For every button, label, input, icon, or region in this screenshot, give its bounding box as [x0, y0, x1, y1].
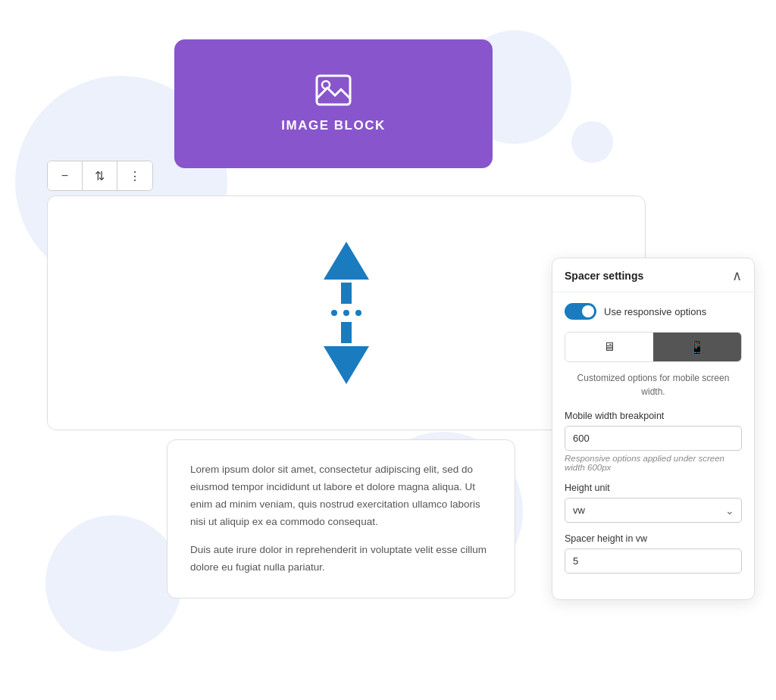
settings-panel: Spacer settings ∧ Use responsive options…	[552, 258, 755, 600]
dot-3	[355, 310, 361, 316]
block-toolbar: − ⇅ ⋮	[47, 161, 153, 191]
panel-title: Spacer settings	[565, 270, 643, 282]
main-area: IMAGE BLOCK − ⇅ ⋮ Lorem ipsum dolor sit	[0, 0, 776, 700]
desktop-tab[interactable]: 🖥	[565, 333, 653, 361]
minus-icon: −	[61, 169, 68, 183]
panel-body: Use responsive options 🖥 📱 Customized op…	[552, 292, 754, 573]
arrow-shaft-bottom	[341, 322, 352, 343]
breakpoint-input[interactable]	[565, 426, 742, 451]
image-block-card: IMAGE BLOCK	[174, 39, 493, 168]
spacer-height-label: Spacer height in vw	[565, 533, 742, 544]
height-unit-label: Height unit	[565, 483, 742, 493]
desktop-icon: 🖥	[603, 340, 615, 354]
breakpoint-field-group: Mobile width breakpoint Responsive optio…	[565, 411, 742, 472]
text-paragraph-2: Duis aute irure dolor in reprehenderit i…	[190, 542, 492, 577]
svg-rect-0	[317, 76, 350, 105]
toggle-label: Use responsive options	[604, 306, 706, 317]
device-tabs: 🖥 📱	[565, 332, 742, 362]
arrow-shaft-top	[341, 283, 352, 304]
image-icon	[315, 74, 352, 111]
dots-separator	[331, 310, 361, 316]
height-unit-field-group: Height unit px em rem vw vh % ⌄	[565, 483, 742, 523]
text-paragraph-1: Lorem ipsum dolor sit amet, consectetur …	[190, 461, 492, 531]
panel-collapse-button[interactable]: ∧	[732, 269, 742, 283]
device-description: Customized options for mobile screen wid…	[565, 371, 742, 398]
spacer-height-input[interactable]	[565, 548, 742, 573]
text-block: Lorem ipsum dolor sit amet, consectetur …	[167, 439, 515, 598]
spacer-height-field-group: Spacer height in vw	[565, 533, 742, 573]
responsive-toggle-row: Use responsive options	[565, 303, 742, 320]
spacer-arrows-visual	[324, 242, 369, 384]
dot-1	[331, 310, 337, 316]
panel-header: Spacer settings ∧	[552, 258, 754, 292]
more-icon: ⋮	[129, 169, 141, 183]
mobile-icon: 📱	[690, 340, 705, 355]
height-unit-select-wrap: px em rem vw vh % ⌄	[565, 498, 742, 523]
breakpoint-label: Mobile width breakpoint	[565, 411, 742, 421]
toolbar-minus-btn[interactable]: −	[48, 161, 83, 190]
image-block-label: IMAGE BLOCK	[281, 118, 385, 133]
arrows-icon: ⇅	[95, 169, 105, 183]
chevron-up-icon: ∧	[732, 268, 742, 283]
arrow-up-icon	[324, 242, 369, 280]
height-unit-select[interactable]: px em rem vw vh %	[565, 498, 742, 523]
toggle-knob	[582, 305, 594, 317]
mobile-tab[interactable]: 📱	[653, 333, 741, 361]
dot-2	[343, 310, 349, 316]
toolbar-more-btn[interactable]: ⋮	[117, 161, 152, 190]
toolbar-move-btn[interactable]: ⇅	[83, 161, 117, 190]
responsive-toggle[interactable]	[565, 303, 596, 320]
breakpoint-hint: Responsive options applied under screen …	[565, 454, 742, 472]
arrow-down-icon	[324, 346, 369, 384]
